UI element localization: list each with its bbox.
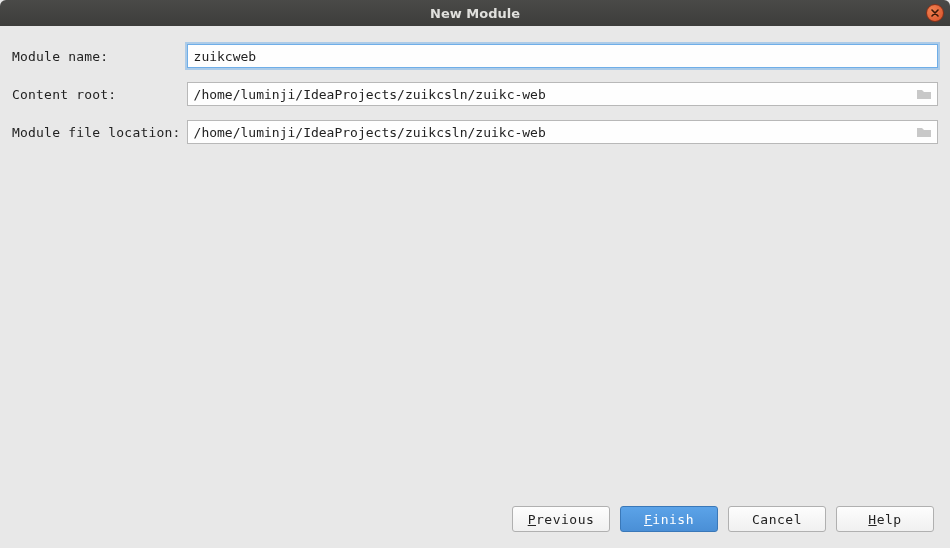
module-name-input-wrap xyxy=(187,44,938,68)
finish-button[interactable]: Finish xyxy=(620,506,718,532)
folder-icon[interactable] xyxy=(916,125,932,139)
button-bar: Previous Finish Cancel Help xyxy=(12,498,938,538)
finish-text: inish xyxy=(652,512,694,527)
form-grid: Module name: Content root: Module file l… xyxy=(12,44,938,144)
mnemonic-p: P xyxy=(528,512,536,527)
content-root-input-wrap xyxy=(187,82,938,106)
dialog-content: Module name: Content root: Module file l… xyxy=(0,26,950,548)
content-root-label: Content root: xyxy=(12,87,181,102)
previous-text: revious xyxy=(536,512,594,527)
spacer xyxy=(12,144,938,498)
folder-icon[interactable] xyxy=(916,87,932,101)
help-button[interactable]: Help xyxy=(836,506,934,532)
help-text: elp xyxy=(877,512,902,527)
new-module-dialog: New Module Module name: Content root: Mo… xyxy=(0,0,950,548)
window-title: New Module xyxy=(430,6,520,21)
module-file-location-input-wrap xyxy=(187,120,938,144)
close-icon xyxy=(931,9,939,17)
module-file-location-input[interactable] xyxy=(187,120,938,144)
previous-button[interactable]: Previous xyxy=(512,506,610,532)
content-root-input[interactable] xyxy=(187,82,938,106)
titlebar: New Module xyxy=(0,0,950,26)
cancel-text: Cancel xyxy=(752,512,802,527)
module-name-label: Module name: xyxy=(12,49,181,64)
module-name-input[interactable] xyxy=(187,44,938,68)
cancel-button[interactable]: Cancel xyxy=(728,506,826,532)
close-button[interactable] xyxy=(926,4,944,22)
mnemonic-h: H xyxy=(868,512,876,527)
module-file-location-label: Module file location: xyxy=(12,125,181,140)
